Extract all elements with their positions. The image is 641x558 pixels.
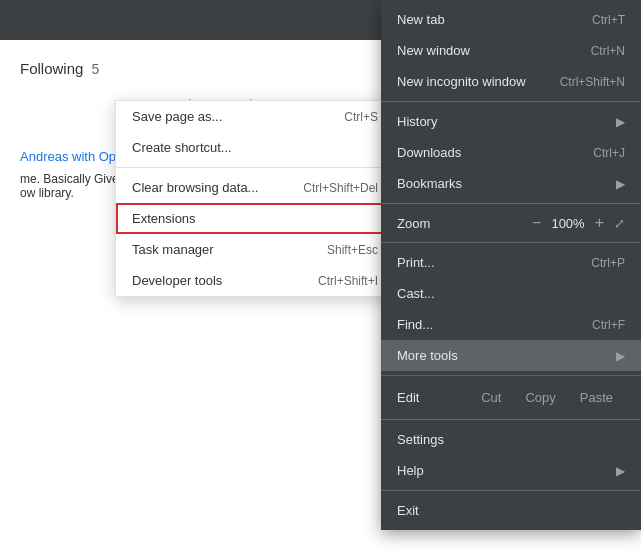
chrome-menu-print[interactable]: Print... Ctrl+P xyxy=(381,247,641,278)
chrome-menu-new-window-shortcut: Ctrl+N xyxy=(591,44,625,58)
chrome-menu-incognito[interactable]: New incognito window Ctrl+Shift+N xyxy=(381,66,641,97)
chrome-menu-history[interactable]: History ▶ xyxy=(381,106,641,137)
context-menu-clear-shortcut: Ctrl+Shift+Del xyxy=(303,181,378,195)
chrome-menu-divider-2 xyxy=(381,203,641,204)
context-menu-item-extensions[interactable]: Extensions xyxy=(116,203,394,234)
chrome-menu-divider-6 xyxy=(381,490,641,491)
following-label: Following xyxy=(20,60,83,77)
chrome-menu-new-window[interactable]: New window Ctrl+N xyxy=(381,35,641,66)
chrome-menu-cut-button[interactable]: Cut xyxy=(469,386,513,409)
chrome-menu-divider-3 xyxy=(381,242,641,243)
context-menu-item-clear[interactable]: Clear browsing data... Ctrl+Shift+Del xyxy=(116,172,394,203)
chrome-menu-divider-4 xyxy=(381,375,641,376)
context-menu-item-task-manager[interactable]: Task manager Shift+Esc xyxy=(116,234,394,265)
chrome-menu-more-tools-arrow: ▶ xyxy=(616,349,625,363)
context-menu-save-label: Save page as... xyxy=(132,109,222,124)
chrome-menu-downloads[interactable]: Downloads Ctrl+J xyxy=(381,137,641,168)
chrome-menu-downloads-label: Downloads xyxy=(397,145,461,160)
zoom-plus-button[interactable]: + xyxy=(595,214,604,232)
chrome-menu-new-tab[interactable]: New tab Ctrl+T xyxy=(381,4,641,35)
chrome-menu-divider-1 xyxy=(381,101,641,102)
context-menu-item-save[interactable]: Save page as... Ctrl+S xyxy=(116,101,394,132)
context-menu-save-shortcut: Ctrl+S xyxy=(344,110,378,124)
chrome-menu-more-tools-label: More tools xyxy=(397,348,458,363)
chrome-menu-find-shortcut: Ctrl+F xyxy=(592,318,625,332)
chrome-menu-cast-label: Cast... xyxy=(397,286,435,301)
context-menu-task-shortcut: Shift+Esc xyxy=(327,243,378,257)
chrome-menu-find[interactable]: Find... Ctrl+F xyxy=(381,309,641,340)
chrome-menu-print-shortcut: Ctrl+P xyxy=(591,256,625,270)
context-menu-devtools-shortcut: Ctrl+Shift+I xyxy=(318,274,378,288)
chrome-menu-help-label: Help xyxy=(397,463,424,478)
chrome-menu-new-window-label: New window xyxy=(397,43,470,58)
chrome-menu-bookmarks-arrow: ▶ xyxy=(616,177,625,191)
chrome-dropdown-menu: New tab Ctrl+T New window Ctrl+N New inc… xyxy=(381,0,641,530)
chrome-menu-copy-button[interactable]: Copy xyxy=(513,386,567,409)
context-menu-item-shortcut[interactable]: Create shortcut... xyxy=(116,132,394,163)
chrome-menu-new-tab-label: New tab xyxy=(397,12,445,27)
zoom-minus-button[interactable]: − xyxy=(532,214,541,232)
fullscreen-button[interactable]: ⤢ xyxy=(614,216,625,231)
chrome-menu-help-arrow: ▶ xyxy=(616,464,625,478)
chrome-menu-print-label: Print... xyxy=(397,255,435,270)
following-count: 5 xyxy=(91,61,99,77)
context-menu-divider-1 xyxy=(116,167,394,168)
chrome-menu-settings-label: Settings xyxy=(397,432,444,447)
context-menu: Save page as... Ctrl+S Create shortcut..… xyxy=(115,100,395,297)
context-menu-devtools-label: Developer tools xyxy=(132,273,222,288)
chrome-menu-downloads-shortcut: Ctrl+J xyxy=(593,146,625,160)
context-menu-shortcut-label: Create shortcut... xyxy=(132,140,232,155)
chrome-menu-bookmarks-label: Bookmarks xyxy=(397,176,462,191)
chrome-menu-incognito-shortcut: Ctrl+Shift+N xyxy=(560,75,625,89)
chrome-menu-history-label: History xyxy=(397,114,437,129)
chrome-menu-zoom-label: Zoom xyxy=(397,216,520,231)
chrome-menu-exit-label: Exit xyxy=(397,503,419,518)
chrome-menu-incognito-label: New incognito window xyxy=(397,74,526,89)
chrome-menu-more-tools[interactable]: More tools ▶ xyxy=(381,340,641,371)
chrome-menu-bookmarks[interactable]: Bookmarks ▶ xyxy=(381,168,641,199)
chrome-menu-new-tab-shortcut: Ctrl+T xyxy=(592,13,625,27)
chrome-menu-edit-row: Edit Cut Copy Paste xyxy=(381,380,641,415)
chrome-menu-history-arrow: ▶ xyxy=(616,115,625,129)
context-menu-task-label: Task manager xyxy=(132,242,214,257)
chrome-menu-edit-label: Edit xyxy=(397,390,469,405)
chrome-menu-divider-5 xyxy=(381,419,641,420)
chrome-menu-paste-button[interactable]: Paste xyxy=(568,386,625,409)
context-menu-extensions-label: Extensions xyxy=(132,211,196,226)
chrome-menu-help[interactable]: Help ▶ xyxy=(381,455,641,486)
zoom-value-display: 100% xyxy=(551,216,584,231)
chrome-menu-settings[interactable]: Settings xyxy=(381,424,641,455)
chrome-menu-find-label: Find... xyxy=(397,317,433,332)
chrome-menu-cast[interactable]: Cast... xyxy=(381,278,641,309)
context-menu-item-devtools[interactable]: Developer tools Ctrl+Shift+I xyxy=(116,265,394,296)
context-menu-clear-label: Clear browsing data... xyxy=(132,180,258,195)
chrome-menu-zoom-control: Zoom − 100% + ⤢ xyxy=(381,208,641,238)
chrome-menu-exit[interactable]: Exit xyxy=(381,495,641,526)
